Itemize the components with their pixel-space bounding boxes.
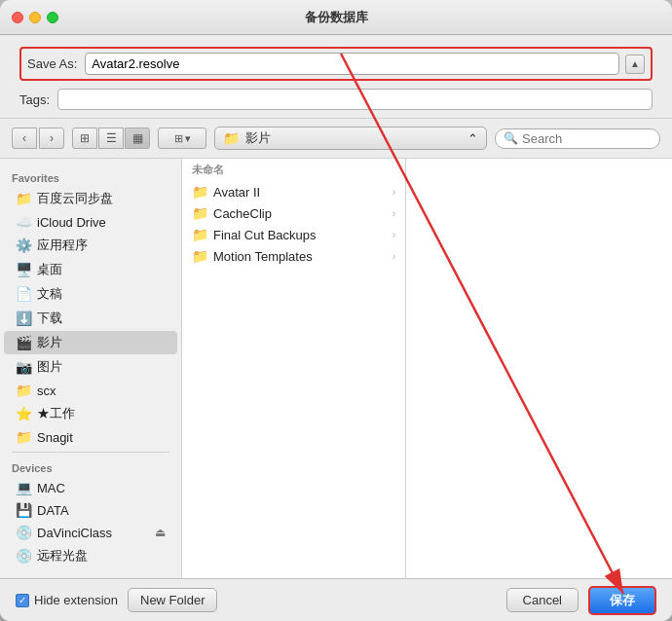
list-item[interactable]: 📁 Final Cut Backups › bbox=[182, 224, 405, 245]
devices-section-title: Devices bbox=[0, 457, 181, 476]
sidebar-item-work[interactable]: ⭐ ★工作 bbox=[4, 402, 177, 425]
maximize-button[interactable] bbox=[47, 12, 58, 23]
file-item-label: CacheClip bbox=[213, 206, 387, 221]
sidebar-item-scx-label: scx bbox=[37, 384, 56, 398]
sidebar-item-desktop-label: 桌面 bbox=[37, 261, 62, 278]
hide-extension-label: Hide extension bbox=[34, 593, 118, 607]
window: 备份数据库 Save As: ▲ Tags: ‹ › ⊞ ☰ ▦ ⊞ ▾ 📁 bbox=[0, 0, 672, 621]
list-item[interactable]: 📁 Avatar II › bbox=[182, 181, 405, 202]
search-box: 🔍 bbox=[495, 128, 660, 149]
sidebar-item-docs[interactable]: 📄 文稿 bbox=[4, 282, 177, 306]
folder-icon-fcp: 📁 bbox=[192, 227, 207, 242]
sidebar-item-desktop[interactable]: 🖥️ 桌面 bbox=[4, 258, 177, 281]
sidebar-item-davinciclass[interactable]: 💿 DaVinciClass ⏏ bbox=[4, 522, 177, 543]
save-as-input[interactable] bbox=[85, 53, 619, 75]
chevron-right-icon: › bbox=[392, 230, 395, 240]
data-icon: 💾 bbox=[16, 502, 31, 518]
file-item-label: Motion Templates bbox=[213, 249, 387, 264]
close-button[interactable] bbox=[12, 12, 23, 23]
sidebar-item-movies-label: 影片 bbox=[37, 334, 62, 351]
arrange-chevron: ▾ bbox=[185, 132, 191, 145]
file-item-label: Avatar II bbox=[213, 185, 387, 200]
chevron-right-icon: › bbox=[392, 208, 395, 219]
file-pane: 未命名 📁 Avatar II › 📁 CacheClip › 📁 Final … bbox=[182, 159, 672, 578]
tags-row: Tags: bbox=[19, 89, 653, 110]
search-input[interactable] bbox=[522, 131, 652, 146]
view-buttons: ⊞ ☰ ▦ bbox=[72, 128, 150, 149]
list-view-button[interactable]: ☰ bbox=[98, 128, 124, 149]
downloads-icon: ⬇️ bbox=[16, 310, 31, 326]
sidebar-item-data[interactable]: 💾 DATA bbox=[4, 499, 177, 521]
content-area: Favorites 📁 百度云同步盘 ☁️ iCloud Drive ⚙️ 应用… bbox=[0, 159, 672, 578]
sidebar-item-downloads-label: 下载 bbox=[37, 310, 62, 327]
search-icon: 🔍 bbox=[504, 131, 518, 145]
sidebar-item-downloads[interactable]: ⬇️ 下载 bbox=[4, 307, 177, 330]
minimize-button[interactable] bbox=[29, 12, 41, 23]
checkmark-icon: ✓ bbox=[19, 595, 26, 605]
tags-label: Tags: bbox=[19, 92, 50, 107]
sidebar-item-scx[interactable]: 📁 scx bbox=[4, 380, 177, 401]
sidebar-item-apps[interactable]: ⚙️ 应用程序 bbox=[4, 234, 177, 257]
sidebar-item-apps-label: 应用程序 bbox=[37, 237, 88, 254]
hide-extension-group: ✓ Hide extension bbox=[16, 593, 118, 607]
file-item-label: Final Cut Backups bbox=[213, 228, 387, 242]
movies-icon: 🎬 bbox=[16, 335, 31, 350]
icon-view-button[interactable]: ⊞ bbox=[72, 128, 97, 149]
save-button[interactable]: 保存 bbox=[588, 586, 656, 615]
sidebar-item-mac-label: MAC bbox=[37, 481, 65, 495]
sidebar-item-pictures[interactable]: 📷 图片 bbox=[4, 355, 177, 379]
sidebar-item-mac[interactable]: 💻 MAC bbox=[4, 477, 177, 498]
window-title: 备份数据库 bbox=[305, 9, 368, 26]
sidebar-item-docs-label: 文稿 bbox=[37, 285, 62, 303]
sidebar-item-baidu[interactable]: 📁 百度云同步盘 bbox=[4, 187, 177, 210]
folder-icon-avatar: 📁 bbox=[192, 184, 207, 200]
chevron-right-icon: › bbox=[392, 251, 395, 262]
toolbar: ‹ › ⊞ ☰ ▦ ⊞ ▾ 📁 影片 ⌃ 🔍 bbox=[0, 119, 672, 159]
hide-extension-checkbox[interactable]: ✓ bbox=[16, 594, 29, 607]
mac-icon: 💻 bbox=[16, 480, 31, 495]
list-item[interactable]: 📁 Motion Templates › bbox=[182, 245, 405, 267]
eject-icon[interactable]: ⏏ bbox=[155, 526, 166, 539]
docs-icon: 📄 bbox=[16, 286, 31, 302]
remote-disk-icon: 💿 bbox=[16, 548, 31, 564]
tags-input[interactable] bbox=[57, 89, 653, 110]
sidebar-item-data-label: DATA bbox=[37, 503, 69, 518]
sidebar-item-icloud-label: iCloud Drive bbox=[37, 215, 106, 230]
sidebar: Favorites 📁 百度云同步盘 ☁️ iCloud Drive ⚙️ 应用… bbox=[0, 159, 182, 578]
file-detail-panel bbox=[406, 159, 672, 578]
sidebar-item-remote-disk[interactable]: 💿 远程光盘 bbox=[4, 544, 177, 567]
icloud-icon: ☁️ bbox=[16, 214, 31, 230]
sidebar-item-davinciclass-label: DaVinciClass bbox=[37, 526, 112, 540]
sidebar-item-snagit[interactable]: 📁 Snagit bbox=[4, 426, 177, 448]
save-as-row: Save As: ▲ bbox=[19, 47, 653, 81]
folder-icon-motion: 📁 bbox=[192, 248, 207, 264]
folder-icon: 📁 bbox=[223, 130, 240, 146]
sidebar-item-snagit-label: Snagit bbox=[37, 430, 73, 445]
nav-buttons: ‹ › bbox=[12, 128, 64, 149]
file-list-panel: 未命名 📁 Avatar II › 📁 CacheClip › 📁 Final … bbox=[182, 159, 406, 578]
forward-button[interactable]: › bbox=[39, 128, 64, 149]
sidebar-item-movies[interactable]: 🎬 影片 bbox=[4, 331, 177, 354]
baidu-icon: 📁 bbox=[16, 191, 31, 206]
sidebar-item-pictures-label: 图片 bbox=[37, 358, 62, 376]
sidebar-item-icloud[interactable]: ☁️ iCloud Drive bbox=[4, 211, 177, 233]
back-button[interactable]: ‹ bbox=[12, 128, 37, 149]
dropdown-chevron: ⌃ bbox=[467, 131, 478, 146]
chevron-right-icon: › bbox=[392, 187, 395, 198]
list-item[interactable]: 📁 CacheClip › bbox=[182, 202, 405, 224]
pictures-icon: 📷 bbox=[16, 359, 31, 375]
davinciclass-icon: 💿 bbox=[16, 525, 31, 540]
arrange-button[interactable]: ⊞ ▾ bbox=[158, 128, 206, 149]
bottom-bar: ✓ Hide extension New Folder Cancel 保存 bbox=[0, 578, 672, 621]
location-dropdown[interactable]: 📁 影片 ⌃ bbox=[214, 127, 487, 150]
new-folder-button[interactable]: New Folder bbox=[128, 588, 217, 612]
desktop-icon: 🖥️ bbox=[16, 262, 31, 277]
scx-icon: 📁 bbox=[16, 383, 31, 398]
expand-button[interactable]: ▲ bbox=[625, 55, 645, 74]
favorites-section-title: Favorites bbox=[0, 166, 181, 186]
cancel-button[interactable]: Cancel bbox=[506, 588, 579, 612]
save-as-label: Save As: bbox=[27, 56, 77, 71]
work-icon: ⭐ bbox=[16, 406, 31, 421]
title-bar: 备份数据库 bbox=[0, 0, 672, 35]
column-view-button[interactable]: ▦ bbox=[125, 128, 150, 149]
